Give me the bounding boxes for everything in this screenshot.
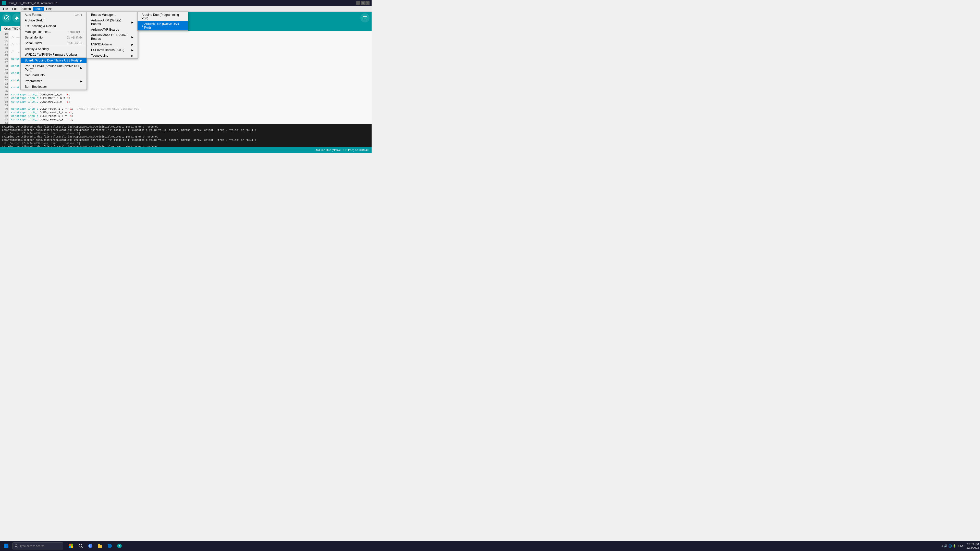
menu-arduino-avr[interactable]: Arduino AVR Boards bbox=[87, 27, 138, 32]
menu-teensy-security[interactable]: Teensy 4 Security bbox=[21, 46, 86, 52]
menu-due-native[interactable]: ● Arduino Due (Native USB Port) bbox=[138, 21, 188, 30]
menu-auto-format-shortcut: Ctrl+T bbox=[75, 13, 83, 16]
console-area: Skipping contributed index file C:\Users… bbox=[0, 124, 372, 147]
console-line-6: at [Source: (FileInputStream); line: 1, … bbox=[2, 142, 369, 145]
board-type-submenu: Arduino Due (Programming Port) ● Arduino… bbox=[137, 12, 188, 30]
menu-fix-encoding[interactable]: Fix Encoding & Reload bbox=[21, 23, 86, 29]
menu-sketch[interactable]: Sketch bbox=[19, 6, 33, 11]
verify-button[interactable] bbox=[2, 13, 11, 22]
menu-auto-format[interactable]: Auto Format Ctrl+T bbox=[21, 12, 86, 17]
boards-submenu: Boards Manager... Arduino ARM (32-bits) … bbox=[87, 12, 138, 59]
menu-teensyduino-arrow: ▶ bbox=[131, 54, 134, 57]
menu-manage-libraries[interactable]: Manage Libraries... Ctrl+Shift+I bbox=[21, 29, 86, 35]
menu-arduino-mbed[interactable]: Arduino Mbed OS RP2040 Boards ▶ bbox=[87, 32, 138, 41]
menu-arduino-mbed-arrow: ▶ bbox=[131, 36, 134, 38]
menu-serial-monitor[interactable]: Serial Monitor Ctrl+Shift+M bbox=[21, 35, 86, 40]
menu-esp8266[interactable]: ESP8266 Boards (3.0.2) ▶ bbox=[87, 47, 138, 53]
menu-boards-manager[interactable]: Boards Manager... bbox=[87, 12, 138, 17]
svg-rect-2 bbox=[16, 19, 18, 20]
menu-tools[interactable]: Tools bbox=[33, 6, 44, 11]
menu-teensy-security-label: Teensy 4 Security bbox=[25, 47, 49, 51]
menu-archive-sketch-label: Archive Sketch bbox=[25, 19, 45, 22]
menu-manage-libraries-label: Manage Libraries... bbox=[25, 30, 51, 34]
console-line-7: Skipping contributed index file C:\Users… bbox=[2, 145, 369, 147]
menu-auto-format-label: Auto Format bbox=[25, 13, 41, 17]
menu-wifi-firmware-label: WiFi101 / WiFiNINA Firmware Updater bbox=[25, 53, 77, 56]
menu-burn-bootloader-label: Burn Bootloader bbox=[25, 85, 47, 89]
menu-serial-monitor-shortcut: Ctrl+Shift+M bbox=[67, 36, 83, 39]
svg-point-0 bbox=[4, 16, 9, 20]
menu-programmer[interactable]: Programmer ▶ bbox=[21, 78, 86, 84]
menu-esp32[interactable]: ESP32 Arduino ▶ bbox=[87, 41, 138, 47]
menu-wifi-firmware[interactable]: WiFi101 / WiFiNINA Firmware Updater bbox=[21, 52, 86, 57]
menu-arduino-arm-arrow: ▶ bbox=[131, 21, 134, 24]
console-line-5: com.fasterxml.jackson.core.JsonParseExce… bbox=[2, 138, 369, 142]
upload-button[interactable] bbox=[12, 13, 21, 22]
menu-bar: File Edit Sketch Tools Help bbox=[0, 6, 372, 12]
tools-menu: Auto Format Ctrl+T Archive Sketch Fix En… bbox=[21, 12, 87, 90]
menu-teensyduino-label: Teensyduino bbox=[91, 54, 108, 57]
menu-serial-monitor-label: Serial Monitor bbox=[25, 36, 44, 39]
menu-port[interactable]: Port: "COM40 (Arduino Due (Native USB Po… bbox=[21, 63, 86, 73]
window-title: Crius_TRX_Control_v1.0 | Arduino 1.8.19 bbox=[8, 2, 59, 5]
menu-esp8266-arrow: ▶ bbox=[131, 49, 134, 52]
console-line-1: Skipping contributed index file C:\Users… bbox=[2, 125, 369, 129]
menu-programmer-label: Programmer bbox=[25, 79, 42, 83]
menu-archive-sketch[interactable]: Archive Sketch bbox=[21, 17, 86, 23]
title-left: Crius_TRX_Control_v1.0 | Arduino 1.8.19 bbox=[2, 1, 59, 5]
menu-manage-libraries-shortcut: Ctrl+Shift+I bbox=[68, 30, 83, 33]
menu-board-arrow: ▶ bbox=[80, 59, 83, 62]
menu-arduino-avr-label: Arduino AVR Boards bbox=[91, 28, 119, 32]
console-line-2: com.fasterxml.jackson.core.JsonParseExce… bbox=[2, 129, 369, 132]
menu-due-programming[interactable]: Arduino Due (Programming Port) bbox=[138, 12, 188, 21]
close-button[interactable]: ✕ bbox=[366, 1, 369, 5]
svg-marker-1 bbox=[15, 16, 19, 19]
menu-serial-plotter-shortcut: Ctrl+Shift+L bbox=[68, 41, 83, 44]
menu-serial-plotter[interactable]: Serial Plotter Ctrl+Shift+L bbox=[21, 40, 86, 46]
console-line-4: Skipping contributed index file C:\Users… bbox=[2, 135, 369, 138]
status-bar: Arduino Due (Native USB Port) on COM40 bbox=[0, 147, 372, 153]
menu-file[interactable]: File bbox=[1, 6, 10, 11]
title-bar: Crius_TRX_Control_v1.0 | Arduino 1.8.19 … bbox=[0, 0, 372, 6]
console-line-3: at [Source: (FileInputStream); line: 1, … bbox=[2, 132, 369, 135]
menu-teensyduino[interactable]: Teensyduino ▶ bbox=[87, 53, 138, 59]
minimize-button[interactable]: ─ bbox=[356, 1, 360, 5]
menu-board[interactable]: Board: "Arduino Due (Native USB Port)" ▶ bbox=[21, 57, 86, 63]
menu-help[interactable]: Help bbox=[44, 6, 55, 11]
menu-programmer-arrow: ▶ bbox=[80, 80, 83, 83]
arduino-app-icon bbox=[2, 1, 6, 5]
menu-due-programming-label: Arduino Due (Programming Port) bbox=[142, 13, 184, 20]
menu-arduino-mbed-label: Arduino Mbed OS RP2040 Boards bbox=[91, 33, 131, 41]
menu-edit[interactable]: Edit bbox=[10, 6, 19, 11]
menu-esp32-label: ESP32 Arduino bbox=[91, 43, 112, 46]
maximize-button[interactable]: □ bbox=[361, 1, 365, 5]
menu-fix-encoding-label: Fix Encoding & Reload bbox=[25, 24, 56, 28]
board-status: Arduino Due (Native USB Port) on COM40 bbox=[315, 148, 369, 151]
window-controls[interactable]: ─ □ ✕ bbox=[356, 1, 369, 5]
menu-get-board-info-label: Get Board Info bbox=[25, 73, 45, 77]
serial-monitor-button[interactable] bbox=[360, 13, 369, 22]
menu-esp32-arrow: ▶ bbox=[131, 43, 134, 46]
menu-arduino-arm-label: Arduino ARM (32-bits) Boards bbox=[91, 19, 131, 26]
menu-burn-bootloader[interactable]: Burn Bootloader bbox=[21, 84, 86, 89]
svg-rect-15 bbox=[363, 16, 367, 19]
menu-due-native-check: ● bbox=[142, 24, 143, 27]
menu-boards-manager-label: Boards Manager... bbox=[91, 13, 116, 17]
menu-esp8266-label: ESP8266 Boards (3.0.2) bbox=[91, 48, 124, 52]
menu-get-board-info[interactable]: Get Board Info bbox=[21, 73, 86, 78]
line-numbers: 19 20 21 22 23 24 25 26 27 28 29 30 31 3… bbox=[0, 31, 9, 124]
menu-board-label: Board: "Arduino Due (Native USB Port)" bbox=[25, 59, 79, 62]
menu-port-label: Port: "COM40 (Arduino Due (Native USB Po… bbox=[25, 64, 80, 71]
menu-due-native-label: Arduino Due (Native USB Port) bbox=[144, 22, 184, 29]
menu-port-arrow: ▶ bbox=[80, 67, 83, 69]
menu-serial-plotter-label: Serial Plotter bbox=[25, 41, 42, 45]
menu-arduino-arm[interactable]: Arduino ARM (32-bits) Boards ▶ bbox=[87, 17, 138, 27]
